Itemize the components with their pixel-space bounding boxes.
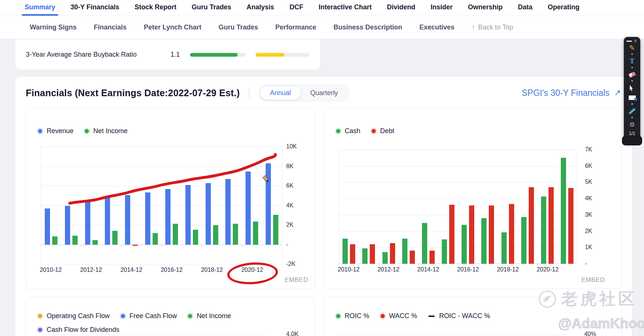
cash-bar[interactable] xyxy=(442,239,447,264)
legend-item-debt[interactable]: Debt xyxy=(372,127,394,135)
embed-link[interactable]: EMBED xyxy=(581,276,605,284)
subtab-warning-signs[interactable]: Warning Signs xyxy=(30,23,76,31)
cash-bar[interactable] xyxy=(541,197,546,264)
cash-bar[interactable] xyxy=(422,223,427,264)
pen-tool-icon[interactable]: ✎ xyxy=(629,43,635,53)
cash-bar[interactable] xyxy=(481,218,487,264)
tab-interactive-chart[interactable]: Interactive Chart xyxy=(319,1,372,13)
financials-header: Financials (Next Earnings Date:2022-07-2… xyxy=(15,77,632,101)
debt-bar[interactable] xyxy=(509,204,514,264)
subtab-business-description[interactable]: Business Description xyxy=(334,23,402,31)
revenue-bar[interactable] xyxy=(165,189,171,245)
legend-item-revenue[interactable]: Revenue xyxy=(38,127,74,135)
eraser-dropdown-caret[interactable]: ▾ xyxy=(631,79,633,83)
revenue-bar[interactable] xyxy=(65,206,70,245)
legend-item-net-income[interactable]: Net Income xyxy=(188,312,231,320)
debt-bar[interactable] xyxy=(350,244,355,264)
cash-bar[interactable] xyxy=(362,248,368,264)
legend-item-cash[interactable]: Cash xyxy=(336,127,360,135)
tab-data[interactable]: Data xyxy=(518,1,532,13)
revenue-bar[interactable] xyxy=(45,208,50,244)
tab-dividend[interactable]: Dividend xyxy=(387,1,415,13)
net-income-bar[interactable] xyxy=(72,236,78,245)
debt-bar[interactable] xyxy=(370,244,375,264)
debt-bar[interactable] xyxy=(568,188,573,264)
debt-bar[interactable] xyxy=(429,251,435,264)
text-tool-icon[interactable]: T xyxy=(630,56,635,66)
screenshot-tool-icon[interactable] xyxy=(629,93,636,103)
cash-bar[interactable] xyxy=(382,252,388,264)
subtab-guru-trades[interactable]: Guru Trades xyxy=(219,23,258,31)
net-income-bar[interactable] xyxy=(233,224,238,245)
period-toggle: AnnualQuarterly xyxy=(259,85,350,101)
tab-ownership[interactable]: Ownership xyxy=(468,1,503,13)
revenue-bar[interactable] xyxy=(266,163,271,245)
net-income-bar[interactable] xyxy=(253,222,258,244)
cash-bar[interactable] xyxy=(561,158,566,264)
tab-30-y-financials[interactable]: 30-Y Financials xyxy=(71,1,119,13)
net-income-bar[interactable] xyxy=(52,236,57,245)
revenue-bar[interactable] xyxy=(246,172,251,244)
legend-item-free-cash-flow[interactable]: Free Cash Flow xyxy=(121,312,177,320)
tab-analysis[interactable]: Analysis xyxy=(247,1,274,13)
cursor-tool-icon[interactable] xyxy=(630,83,635,93)
net-income-bar[interactable] xyxy=(213,225,218,244)
ruler-dropdown-caret[interactable]: ▾ xyxy=(631,116,633,120)
revenue-bar[interactable] xyxy=(125,195,130,245)
debt-bar[interactable] xyxy=(390,243,395,264)
minimize-icon[interactable] xyxy=(626,41,632,42)
eraser-tool-icon[interactable] xyxy=(629,70,635,79)
ruler-tool-icon[interactable] xyxy=(628,106,636,116)
revenue-bar[interactable] xyxy=(105,197,110,244)
subtab-peter-lynch-chart[interactable]: Peter Lynch Chart xyxy=(144,23,201,31)
net-income-bar[interactable] xyxy=(193,230,198,244)
debt-bar[interactable] xyxy=(529,187,534,264)
net-income-bar[interactable] xyxy=(153,233,158,244)
toggle-option-quarterly[interactable]: Quarterly xyxy=(301,87,348,100)
legend-item-roic-%[interactable]: ROIC % xyxy=(336,312,369,320)
close-icon[interactable]: ✕ xyxy=(633,39,638,43)
revenue-bar[interactable] xyxy=(145,192,150,244)
text-dropdown-caret[interactable]: ▾ xyxy=(631,66,633,70)
thirty-year-financials-link[interactable]: SPGI's 30-Y Financials ↗ xyxy=(522,88,621,98)
net-income-bar[interactable] xyxy=(112,231,118,244)
net-income-bar[interactable] xyxy=(93,240,98,245)
debt-bar[interactable] xyxy=(489,205,494,264)
cash-bar[interactable] xyxy=(501,232,507,264)
legend-item-cash-flow-for-dividends[interactable]: Cash Flow for Dividends xyxy=(38,326,119,334)
net-income-bar[interactable] xyxy=(173,224,178,244)
legend-item-operating-cash-flow[interactable]: Operating Cash Flow xyxy=(38,312,110,320)
tab-operating[interactable]: Operating xyxy=(548,1,579,13)
revenue-bar[interactable] xyxy=(85,201,90,245)
debt-bar[interactable] xyxy=(469,205,474,264)
cash-bar[interactable] xyxy=(343,239,348,264)
debt-bar[interactable] xyxy=(548,187,554,264)
cash-bar[interactable] xyxy=(521,217,526,264)
tab-guru-trades[interactable]: Guru Trades xyxy=(192,1,231,13)
settings-gear-icon[interactable]: ⚙ xyxy=(629,120,635,129)
tab-insider[interactable]: Insider xyxy=(431,1,453,13)
tab-summary[interactable]: Summary xyxy=(25,1,55,13)
back-to-top-link[interactable]: ↑Back to Top xyxy=(472,23,513,32)
subtab-executives[interactable]: Executives xyxy=(419,23,454,31)
subtab-financials[interactable]: Financials xyxy=(94,23,126,31)
toggle-option-annual[interactable]: Annual xyxy=(260,87,301,100)
legend-item-wacc-%[interactable]: WACC % xyxy=(381,312,417,320)
net-income-bar[interactable] xyxy=(273,215,278,244)
embed-link[interactable]: EMBED xyxy=(285,276,308,284)
legend-item-net-income[interactable]: Net Income xyxy=(85,127,128,135)
revenue-bar[interactable] xyxy=(185,185,191,244)
revenue-bar[interactable] xyxy=(225,179,231,245)
legend-item-roic-wacc-%[interactable]: ROIC - WACC % xyxy=(428,312,490,320)
tab-stock-report[interactable]: Stock Report xyxy=(135,1,176,13)
subtab-performance[interactable]: Performance xyxy=(275,23,316,31)
debt-bar[interactable] xyxy=(410,251,415,264)
screenshot-dropdown-caret[interactable]: ▾ xyxy=(631,103,633,106)
debt-bar[interactable] xyxy=(449,205,454,264)
net-income-bar[interactable] xyxy=(132,245,138,246)
pen-dropdown-caret[interactable]: ▾ xyxy=(631,53,633,56)
revenue-bar[interactable] xyxy=(206,183,211,244)
cash-bar[interactable] xyxy=(402,239,407,264)
tab-dcf[interactable]: DCF xyxy=(290,1,303,13)
cash-bar[interactable] xyxy=(462,225,467,264)
